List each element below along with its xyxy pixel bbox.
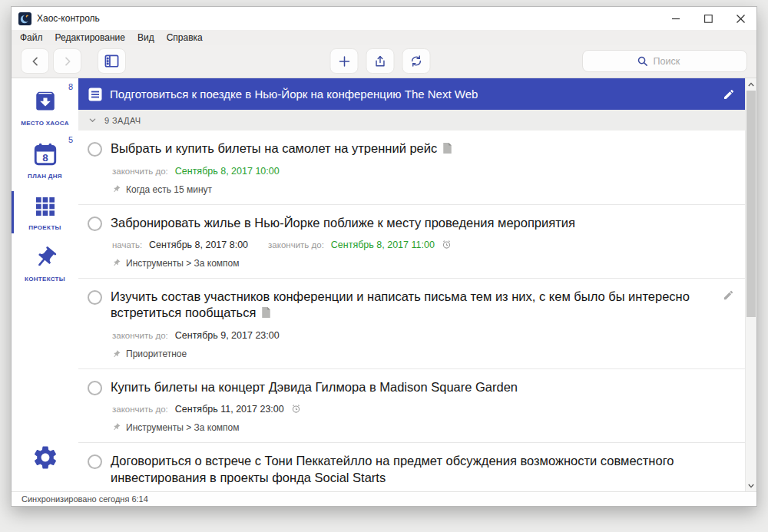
task-list: Выбрать и купить билеты на самолет на ут… bbox=[78, 131, 745, 491]
scrollbar-thumb[interactable] bbox=[746, 91, 756, 317]
refresh-icon bbox=[410, 55, 423, 68]
sidebar-item-contexts[interactable]: КОНТЕКСТЫ bbox=[12, 238, 78, 289]
task-context[interactable]: Инструменты > За компом bbox=[112, 422, 714, 433]
upload-icon bbox=[374, 55, 387, 68]
chevron-down-icon bbox=[88, 116, 97, 124]
task-checkbox[interactable] bbox=[88, 216, 102, 231]
meta-date-value: Сентябрь 8, 2017 8:00 bbox=[149, 240, 248, 250]
task-checkbox[interactable] bbox=[88, 381, 102, 395]
sidebar-item-day-plan[interactable]: 5 8 ПЛАН ДНЯ bbox=[12, 134, 78, 187]
task-row: Выбрать и купить билеты на самолет на ут… bbox=[78, 131, 745, 205]
meta-pair: закончить до:Сентябрь 9, 2017 23:00 bbox=[112, 330, 280, 341]
close-button[interactable] bbox=[724, 7, 756, 30]
meta-pair: закончить до:Сентябрь 11, 2017 23:00 bbox=[112, 404, 301, 415]
title-bar: Хаос-контроль bbox=[12, 7, 756, 30]
project-title: Подготовиться к поездке в Нью-Йорк на ко… bbox=[110, 88, 478, 101]
sidebar-item-label: ПРОЕКТЫ bbox=[12, 224, 78, 231]
meta-label: закончить до: bbox=[112, 167, 168, 176]
status-bar: Синхронизировано сегодня 6:14 bbox=[12, 491, 756, 506]
note-icon bbox=[442, 141, 452, 158]
task-context[interactable]: Когда есть 15 минут bbox=[112, 184, 714, 195]
task-row: Купить билеты на концерт Дэвида Гилмора … bbox=[78, 369, 745, 443]
meta-label: закончить до: bbox=[268, 240, 324, 249]
tag-pin-icon bbox=[111, 257, 122, 269]
back-button[interactable] bbox=[21, 48, 49, 74]
svg-text:8: 8 bbox=[42, 152, 48, 164]
tag-pin-icon bbox=[111, 348, 122, 359]
menu-view[interactable]: Вид bbox=[137, 32, 154, 43]
menu-file[interactable]: Файл bbox=[20, 32, 43, 43]
grid-icon bbox=[33, 194, 58, 219]
section-label: 9 ЗАДАЧ bbox=[104, 116, 141, 125]
context-label: Когда есть 15 минут bbox=[126, 184, 212, 195]
task-checkbox[interactable] bbox=[88, 454, 102, 469]
task-title[interactable]: Изучить состав участников конференции и … bbox=[111, 289, 714, 323]
main-panel: Подготовиться к поездке в Нью-Йорк на ко… bbox=[78, 78, 745, 491]
note-icon bbox=[261, 306, 271, 322]
project-header: Подготовиться к поездке в Нью-Йорк на ко… bbox=[78, 78, 745, 110]
task-title[interactable]: Договориться о встрече с Тони Пеккатейлл… bbox=[111, 453, 714, 487]
meta-date-value: Сентябрь 8, 2017 10:00 bbox=[175, 166, 280, 177]
scroll-down-arrow[interactable] bbox=[746, 480, 756, 491]
scroll-up-arrow[interactable] bbox=[746, 78, 756, 90]
task-meta: начать:Сентябрь 8, 2017 8:00закончить до… bbox=[112, 240, 714, 250]
task-row: Договориться о встрече с Тони Пеккатейлл… bbox=[78, 443, 745, 491]
minimize-button[interactable] bbox=[660, 7, 692, 30]
window-title: Хаос-контроль bbox=[37, 13, 100, 24]
menu-help[interactable]: Справка bbox=[167, 32, 203, 43]
settings-button[interactable] bbox=[12, 444, 78, 491]
inbox-icon bbox=[32, 88, 58, 114]
chevron-right-icon bbox=[61, 55, 74, 68]
edit-project-button[interactable] bbox=[723, 88, 735, 101]
task-title[interactable]: Забронировать жилье в Нью-Йорке поближе … bbox=[111, 215, 575, 232]
task-title[interactable]: Купить билеты на концерт Дэвида Гилмора … bbox=[111, 379, 518, 396]
badge-count: 5 bbox=[68, 135, 73, 144]
tag-pin-icon bbox=[111, 183, 122, 195]
toggle-sidebar-button[interactable] bbox=[98, 48, 126, 74]
badge-count: 8 bbox=[68, 82, 73, 91]
add-task-button[interactable] bbox=[330, 48, 359, 74]
meta-pair: начать:Сентябрь 8, 2017 8:00 bbox=[112, 240, 248, 250]
menu-bar: Файл Редактирование Вид Справка bbox=[12, 30, 756, 45]
project-note-icon bbox=[88, 88, 102, 101]
task-title[interactable]: Выбрать и купить билеты на самолет на ут… bbox=[111, 140, 452, 158]
meta-date-value: Сентябрь 8, 2017 11:00 bbox=[331, 240, 435, 250]
context-label: Инструменты > За компом bbox=[126, 258, 240, 269]
forward-button[interactable] bbox=[53, 48, 81, 74]
meta-date-value: Сентябрь 11, 2017 23:00 bbox=[175, 404, 284, 415]
calendar-icon: 8 bbox=[32, 141, 58, 167]
toolbar bbox=[12, 45, 756, 78]
plus-icon bbox=[337, 55, 351, 68]
pencil-icon bbox=[723, 88, 735, 101]
task-checkbox[interactable] bbox=[88, 142, 102, 157]
search-input[interactable] bbox=[654, 56, 694, 67]
meta-date-value: Сентябрь 9, 2017 23:00 bbox=[175, 330, 280, 341]
menu-edit[interactable]: Редактирование bbox=[55, 32, 125, 43]
sidebar-item-projects[interactable]: ПРОЕКТЫ bbox=[12, 187, 78, 238]
meta-label: начать: bbox=[112, 240, 142, 249]
task-context[interactable]: Приоритетное bbox=[112, 349, 714, 359]
sidebar: 8 МЕСТО ХАОСА 5 8 ПЛАН ДНЯ bbox=[12, 78, 78, 491]
meta-label: закончить до: bbox=[112, 331, 168, 340]
task-context[interactable]: Инструменты > За компом bbox=[112, 258, 714, 269]
meta-pair: закончить до:Сентябрь 8, 2017 11:00 bbox=[268, 240, 452, 250]
share-button[interactable] bbox=[366, 48, 395, 74]
task-checkbox[interactable] bbox=[88, 290, 102, 305]
chevron-left-icon bbox=[29, 55, 41, 68]
alarm-icon bbox=[442, 240, 452, 249]
tasks-section-header[interactable]: 9 ЗАДАЧ bbox=[78, 110, 745, 131]
sync-button[interactable] bbox=[402, 48, 431, 74]
maximize-button[interactable] bbox=[692, 7, 724, 30]
task-meta: закончить до:Сентябрь 9, 2017 23:00 bbox=[112, 330, 714, 341]
search-field[interactable] bbox=[582, 50, 747, 72]
row-edit-icon[interactable] bbox=[723, 289, 734, 304]
task-meta: закончить до:Сентябрь 8, 2017 10:00 bbox=[112, 166, 714, 177]
gear-icon bbox=[31, 444, 59, 471]
vertical-scrollbar[interactable] bbox=[745, 78, 756, 491]
app-logo-icon bbox=[18, 12, 31, 25]
sidebar-item-chaos-place[interactable]: 8 МЕСТО ХАОСА bbox=[12, 81, 78, 134]
task-meta: закончить до:Сентябрь 11, 2017 23:00 bbox=[112, 404, 714, 415]
alarm-icon bbox=[291, 404, 301, 414]
context-label: Инструменты > За компом bbox=[126, 422, 240, 433]
sync-status-text: Синхронизировано сегодня 6:14 bbox=[22, 494, 148, 504]
